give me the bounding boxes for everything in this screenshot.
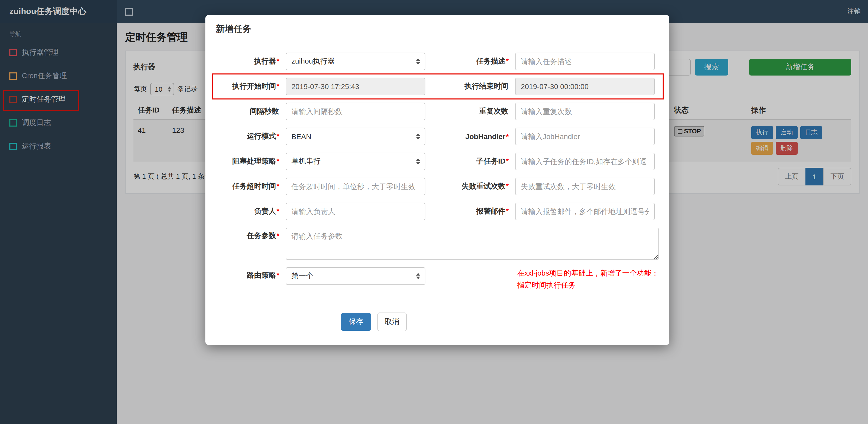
feature-note: 在xxl-jobs项目的基础上，新增了一个功能： 指定时间执行任务 — [517, 267, 659, 291]
app: zuihou任务调度中心 注销 导航 执行器管理 Cron任务管理 定时任务管理… — [0, 0, 868, 424]
start-time-label: 执行开始时间* — [216, 82, 286, 91]
retry-input[interactable] — [515, 177, 655, 195]
start-time-input[interactable] — [286, 77, 425, 95]
timeout-input[interactable] — [286, 177, 425, 195]
route-strategy-select[interactable]: 第一个 — [286, 267, 425, 285]
owner-label: 负责人* — [216, 207, 286, 216]
executor-select[interactable]: zuihou执行器 — [286, 53, 425, 70]
select-stepper-icon — [416, 158, 420, 165]
interval-label: 间隔秒数 — [216, 107, 286, 116]
child-task-input[interactable] — [515, 153, 655, 170]
datetime-row: 执行开始时间* 执行结束时间 — [216, 77, 659, 95]
select-stepper-icon — [416, 273, 420, 279]
modal-header: 新增任务 — [206, 15, 670, 43]
modal-title: 新增任务 — [216, 23, 659, 35]
task-desc-input[interactable] — [515, 53, 655, 70]
select-stepper-icon — [416, 58, 420, 65]
cancel-button[interactable]: 取消 — [377, 313, 407, 331]
alarm-email-label: 报警邮件* — [425, 207, 515, 216]
owner-input[interactable] — [286, 203, 425, 220]
alarm-email-input[interactable] — [515, 203, 655, 220]
repeat-label: 重复次数 — [425, 107, 515, 116]
select-stepper-icon — [416, 133, 420, 140]
executor-label: 执行器* — [216, 57, 286, 66]
run-mode-select[interactable]: BEAN — [286, 128, 425, 145]
retry-label: 失败重试次数* — [425, 182, 515, 191]
route-strategy-label: 路由策略* — [216, 271, 286, 280]
timeout-label: 任务超时时间* — [216, 182, 286, 191]
interval-input[interactable] — [286, 103, 425, 120]
jobhandler-label: JobHandler* — [425, 132, 515, 141]
end-time-input[interactable] — [515, 77, 655, 95]
task-desc-label: 任务描述* — [425, 57, 515, 66]
run-mode-label: 运行模式* — [216, 132, 286, 141]
block-strategy-select[interactable]: 单机串行 — [286, 153, 425, 170]
jobhandler-input[interactable] — [515, 128, 655, 145]
feature-note-line2: 指定时间执行任务 — [517, 279, 659, 291]
feature-note-line1: 在xxl-jobs项目的基础上，新增了一个功能： — [517, 267, 659, 279]
modal-footer: 保存 取消 — [216, 313, 659, 331]
modal-body: 执行器* zuihou执行器 任务描述* 执行开始时间* 执行结束时间 间隔秒数… — [206, 43, 670, 345]
task-params-textarea[interactable] — [286, 228, 659, 260]
end-time-label: 执行结束时间 — [425, 82, 515, 91]
save-button[interactable]: 保存 — [341, 313, 371, 331]
repeat-input[interactable] — [515, 103, 655, 120]
task-params-label: 任务参数* — [216, 231, 286, 241]
add-task-modal: 新增任务 执行器* zuihou执行器 任务描述* 执行开始时间* 执行结束时间 — [206, 15, 670, 345]
child-task-label: 子任务ID* — [425, 157, 515, 166]
block-strategy-label: 阻塞处理策略* — [216, 157, 286, 166]
modal-divider — [216, 303, 659, 303]
